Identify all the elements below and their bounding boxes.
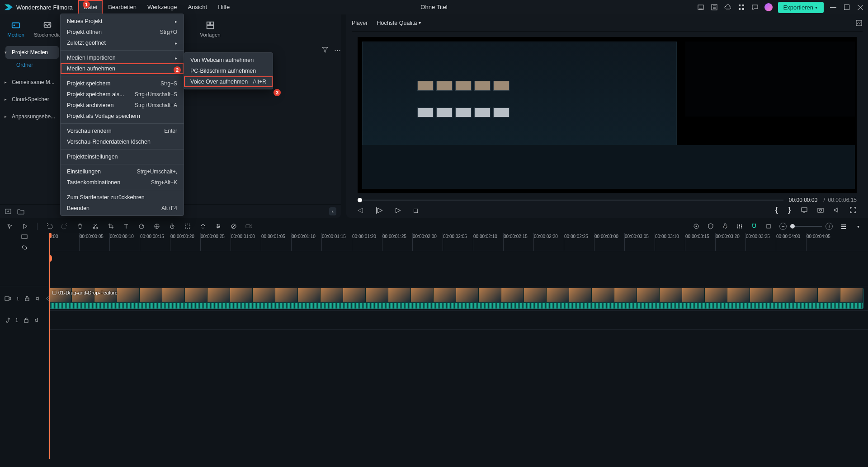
titlebar-icon-2[interactable] [710,3,718,11]
player-scrubber[interactable] [358,200,783,201]
prev-frame-icon[interactable]: ◁ [358,206,363,214]
user-avatar-icon[interactable] [764,3,773,11]
menu-zuletzt[interactable]: Zuletzt geöffnet▸ [61,37,184,48]
video-clip[interactable]: ▢ 01-Drag-and-Drop-Feature [49,288,863,309]
menu-vorschau-loeschen[interactable]: Vorschau-Renderdateien löschen [61,136,184,147]
window-close-button[interactable] [856,3,864,11]
player-quality-dropdown[interactable]: Höchste Qualitä ▾ [377,20,421,26]
track-mute-icon[interactable] [34,318,40,323]
tl-magnet-icon[interactable] [750,223,758,230]
audio-track-content[interactable] [49,311,868,329]
titlebar-icon-1[interactable] [697,3,705,11]
menu-beenden[interactable]: BeendenAlt+F4 [61,203,184,214]
tl-pointer-icon[interactable] [6,223,14,230]
tl-undo-icon[interactable] [46,223,53,230]
sidebar-projekt-medien[interactable]: ▾Projekt Medien [5,46,59,59]
tab-medien[interactable]: Medien [0,14,32,43]
menu-hilfe[interactable]: Hilfe [212,0,235,14]
tl-record-icon[interactable] [245,223,253,230]
menu-werkzeuge[interactable]: Werkzeuge [142,0,183,14]
menu-archivieren[interactable]: Projekt archivierenStrg+Umschalt+A [61,100,184,111]
mark-out-icon[interactable]: } [788,206,792,214]
window-minimize-button[interactable] [829,3,837,11]
tl-text-icon[interactable] [123,223,130,230]
submenu-webcam[interactable]: Von Webcam aufnehmen [184,55,273,65]
timeline-ruler[interactable]: 0:0000:00:00:0500:00:00:1000:00:00:1500:… [49,233,868,251]
track-mute-icon[interactable] [35,296,41,301]
sidebar-gemeinsame[interactable]: ▸Gemeinsame M... [0,76,61,89]
menu-medien-importieren[interactable]: Medien Importieren▸ [61,52,184,63]
menu-projekteinstellungen[interactable]: Projekteinstellungen [61,151,184,162]
tab-vorlagen[interactable]: Vorlagen [194,14,226,43]
cloud-icon[interactable] [724,3,732,11]
tl-sidebar-link-icon[interactable] [21,244,28,251]
zoom-in-button[interactable]: + [826,223,833,230]
tl-color-icon[interactable] [153,223,160,230]
export-button[interactable]: Exportieren ▾ [778,2,824,13]
play-icon[interactable]: ▷ [396,206,401,214]
tl-shield-icon[interactable] [707,223,714,230]
submenu-pc-screen[interactable]: PC-Bildschirm aufnehmen [184,65,273,76]
menu-ansicht[interactable]: Ansicht [183,0,213,14]
sidebar-anpassung[interactable]: ▸Anpassungsebe... [0,110,61,123]
apps-grid-icon[interactable] [737,3,745,11]
tl-mixer-icon[interactable] [736,223,743,230]
tl-view-icon[interactable] [840,223,847,230]
tl-cut-icon[interactable] [92,223,99,230]
more-icon[interactable]: ⋯ [334,46,341,54]
video-preview[interactable] [358,37,857,193]
tl-auto-icon[interactable] [693,223,700,230]
tl-keyframe-icon[interactable] [199,223,207,230]
menu-bearbeiten[interactable]: Bearbeiten [103,0,142,14]
menu-datei[interactable]: Datei [78,0,103,14]
menu-startfenster[interactable]: Zum Startfenster zurückkehren [61,192,184,203]
snapshot-icon[interactable] [817,206,824,214]
footer-folder-icon[interactable] [17,208,24,215]
tl-speed-icon[interactable] [138,223,145,230]
menu-projekt-oeffnen[interactable]: Projekt öffnenStrg+O [61,27,184,37]
menu-vorschau-rendern[interactable]: Vorschau rendernEnter [61,126,184,136]
collapse-sidebar-icon[interactable]: ‹ [329,207,336,215]
tl-mic-icon[interactable] [722,223,729,230]
track-lock-icon[interactable] [24,318,29,323]
tl-select-icon[interactable] [22,223,29,230]
tl-crop-icon[interactable] [107,223,114,230]
sidebar-cloud[interactable]: ▸Cloud-Speicher [0,93,61,106]
volume-icon[interactable] [833,206,840,214]
zoom-slider[interactable] [790,226,822,227]
sidebar-ordner[interactable]: Ordner [0,59,61,71]
menu-medien-aufnehmen[interactable]: Medien aufnehmen▸ [61,63,184,74]
window-maximize-button[interactable] [843,3,851,11]
monitor-icon[interactable] [801,206,808,214]
timeline-playhead[interactable] [49,233,50,459]
zoom-out-button[interactable]: − [779,223,787,230]
mark-in-icon[interactable]: { [774,206,778,214]
footer-import-icon[interactable] [5,208,12,215]
fullscreen-icon[interactable] [849,206,857,214]
player-expand-icon[interactable] [855,19,863,27]
track-lock-icon[interactable] [24,296,30,301]
menu-als-vorlage[interactable]: Projekt als Vorlage speichern [61,111,184,121]
message-icon[interactable] [751,3,759,11]
tl-adjust-icon[interactable] [215,223,222,230]
zoom-thumb[interactable] [790,224,795,229]
tl-delete-icon[interactable] [76,223,84,230]
tl-marker-icon[interactable] [765,223,772,230]
tl-effects-icon[interactable] [230,223,237,230]
timeline-content[interactable]: 0:0000:00:00:0500:00:00:1000:00:00:1500:… [49,233,868,459]
menu-speichern[interactable]: Projekt speichernStrg+S [61,78,184,89]
menu-speichern-als[interactable]: Projekt speichern als...Strg+Umschalt+S [61,89,184,100]
menu-tastenkombinationen[interactable]: TastenkombinationenStrg+Alt+K [61,177,184,188]
tab-stockmedia[interactable]: Stockmedia [32,14,63,43]
scrubber-thumb[interactable] [358,198,362,202]
step-back-icon[interactable]: |▷ [376,206,383,214]
stop-icon[interactable]: □ [414,206,418,214]
tl-settings-icon[interactable]: ▾ [854,223,862,230]
menu-neues-projekt[interactable]: Neues Projekt▸ [61,16,184,27]
menu-einstellungen[interactable]: EinstellungenStrg+Umschalt+, [61,166,184,177]
tl-track-icon[interactable] [184,223,191,230]
submenu-voice-over[interactable]: Voice Over aufnehmenAlt+R [184,76,273,87]
tl-redo-icon[interactable] [61,223,68,230]
tl-duration-icon[interactable] [169,223,176,230]
video-track-content[interactable]: ▢ 01-Drag-and-Drop-Feature [49,286,868,310]
